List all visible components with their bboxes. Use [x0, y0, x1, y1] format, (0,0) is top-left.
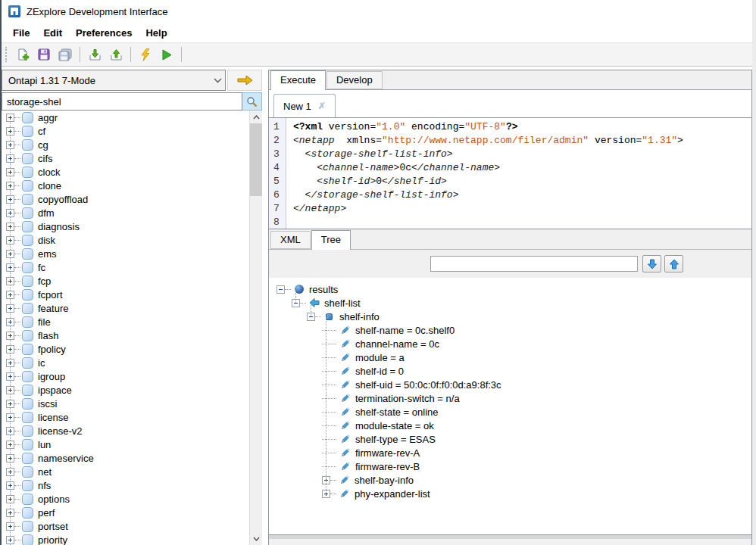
expand-icon[interactable]: [6, 536, 14, 544]
expand-icon[interactable]: [6, 318, 14, 326]
menu-help[interactable]: Help: [139, 25, 173, 41]
result-tree-item[interactable]: shelf-list: [269, 296, 751, 310]
expand-icon[interactable]: [6, 495, 14, 503]
expand-icon[interactable]: [6, 386, 14, 394]
load-api-button[interactable]: [227, 70, 262, 91]
document-tab[interactable]: New 1 ✗: [273, 94, 336, 117]
api-version-select[interactable]: Ontapi 1.31 7-Mode: [2, 70, 226, 91]
expand-icon[interactable]: [6, 304, 14, 313]
scroll-up-icon[interactable]: [250, 111, 262, 123]
tab-xml[interactable]: XML: [270, 231, 311, 249]
expand-icon[interactable]: [276, 285, 285, 294]
result-tree-item[interactable]: shelf-type = ESAS: [269, 432, 751, 446]
api-tree-item[interactable]: iscsi: [2, 397, 262, 410]
expand-icon[interactable]: [6, 345, 14, 353]
expand-icon[interactable]: [6, 182, 14, 190]
api-tree-item[interactable]: diagnosis: [2, 220, 262, 233]
result-tree-item[interactable]: phy-expander-list: [269, 487, 751, 500]
panel-splitter[interactable]: [262, 70, 268, 545]
close-tab-icon[interactable]: ✗: [318, 101, 326, 111]
expand-icon[interactable]: [6, 250, 14, 258]
execute-query-button[interactable]: [136, 45, 155, 64]
tab-execute[interactable]: Execute: [270, 70, 326, 90]
api-tree-item[interactable]: feature: [2, 301, 262, 315]
expand-icon[interactable]: [6, 168, 14, 176]
tab-develop[interactable]: Develop: [326, 71, 383, 89]
api-tree-item[interactable]: perf: [2, 506, 262, 519]
new-request-button[interactable]: [13, 45, 33, 64]
api-tree-item[interactable]: clone: [2, 179, 262, 192]
result-tree-item[interactable]: termination-switch = n/a: [269, 391, 751, 405]
expand-icon[interactable]: [6, 441, 14, 449]
import-button[interactable]: [85, 45, 105, 64]
result-tree-item[interactable]: shelf-bay-info: [269, 473, 751, 487]
api-tree-item[interactable]: dfm: [2, 206, 262, 220]
api-tree-item[interactable]: fcport: [2, 288, 262, 301]
menu-file[interactable]: File: [6, 25, 36, 41]
expand-icon[interactable]: [6, 114, 14, 122]
api-tree-item[interactable]: cg: [2, 138, 262, 151]
scroll-down-icon[interactable]: [250, 532, 262, 545]
api-tree-item[interactable]: copyoffload: [2, 192, 262, 206]
api-tree-item[interactable]: priority: [2, 533, 262, 545]
api-tree-item[interactable]: cifs: [2, 151, 262, 165]
api-tree-scrollbar[interactable]: [249, 111, 262, 545]
menu-preferences[interactable]: Preferences: [69, 25, 139, 41]
api-tree-item[interactable]: fcp: [2, 274, 262, 288]
api-tree-item[interactable]: lun: [2, 438, 262, 451]
expand-icon[interactable]: [6, 372, 14, 381]
result-tree-item[interactable]: channel-name = 0c: [269, 337, 751, 350]
api-tree-item[interactable]: cf: [2, 124, 262, 138]
scrollbar-thumb[interactable]: [250, 123, 262, 196]
result-tree-item[interactable]: module-state = ok: [269, 419, 751, 432]
expand-icon[interactable]: [6, 277, 14, 285]
api-tree-item[interactable]: nfs: [2, 478, 262, 492]
expand-icon[interactable]: [6, 359, 14, 367]
tab-tree[interactable]: Tree: [311, 230, 351, 250]
editor-code[interactable]: <?xml version="1.0" encoding="UTF-8"?><n…: [286, 118, 751, 229]
api-tree-item[interactable]: clock: [2, 165, 262, 179]
expand-icon[interactable]: [6, 236, 14, 244]
api-tree-item[interactable]: license-v2: [2, 424, 262, 438]
expand-icon[interactable]: [6, 400, 14, 408]
api-tree-item[interactable]: igroup: [2, 369, 262, 383]
api-tree-item[interactable]: fpolicy: [2, 342, 262, 356]
api-tree-item[interactable]: nameservice: [2, 451, 262, 465]
result-tree-item[interactable]: module = a: [269, 350, 751, 364]
expand-icon[interactable]: [6, 332, 14, 340]
find-next-button[interactable]: [642, 255, 661, 272]
api-tree-item[interactable]: net: [2, 465, 262, 478]
result-tree-item[interactable]: shelf-id = 0: [269, 364, 751, 378]
expand-icon[interactable]: [6, 127, 14, 135]
expand-icon[interactable]: [6, 413, 14, 422]
api-tree-item[interactable]: ipspace: [2, 383, 262, 397]
expand-icon[interactable]: [6, 209, 14, 217]
result-search-input[interactable]: [430, 256, 638, 272]
api-tree-item[interactable]: license: [2, 410, 262, 424]
api-tree-item[interactable]: aggr: [2, 111, 262, 124]
api-tree-item[interactable]: options: [2, 492, 262, 506]
find-previous-button[interactable]: [664, 255, 683, 272]
expand-icon[interactable]: [6, 141, 14, 149]
api-tree-item[interactable]: ic: [2, 356, 262, 369]
expand-icon[interactable]: [6, 291, 14, 299]
expand-icon[interactable]: [6, 509, 14, 517]
expand-icon[interactable]: [6, 481, 14, 490]
save-all-button[interactable]: [55, 45, 75, 64]
export-button[interactable]: [106, 45, 126, 64]
search-button[interactable]: [242, 92, 262, 111]
run-button[interactable]: [157, 45, 177, 64]
result-tree-item[interactable]: shelf-state = online: [269, 405, 751, 419]
result-tree-item[interactable]: results: [269, 282, 751, 296]
result-tree-item[interactable]: shelf-name = 0c.shelf0: [269, 323, 751, 337]
result-tree-item[interactable]: shelf-uid = 50:0c:0f:f0:0d:a9:8f:3c: [269, 378, 751, 391]
api-tree-item[interactable]: portset: [2, 519, 262, 533]
api-search-input[interactable]: [2, 92, 242, 111]
api-tree-item[interactable]: file: [2, 315, 262, 329]
result-tree-item[interactable]: shelf-info: [269, 310, 751, 323]
expand-icon[interactable]: [6, 195, 14, 204]
expand-icon[interactable]: [6, 427, 14, 435]
api-tree-item[interactable]: disk: [2, 233, 262, 247]
expand-icon[interactable]: [6, 263, 14, 272]
save-button[interactable]: [34, 45, 54, 64]
